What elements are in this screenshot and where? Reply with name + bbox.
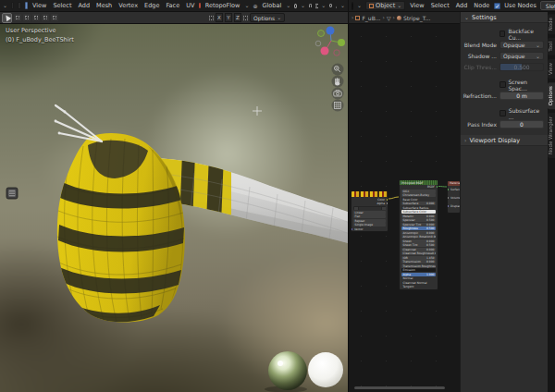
select-box-tool-button[interactable]: [14, 14, 21, 21]
retopoflow-menu[interactable]: RetopoFlow: [204, 2, 241, 9]
principled-node-row[interactable]: Subsurface Radius: [401, 206, 436, 210]
image-texture-node[interactable]: ColorAlpha LinearFlatRepeatSingle Image …: [351, 190, 388, 232]
principled-node-row[interactable]: Tangent: [401, 285, 436, 288]
blend-mode-dropdown[interactable]: Opaque ⌄: [500, 41, 544, 49]
pass-index-field[interactable]: 0: [500, 120, 544, 129]
vector-input-socket[interactable]: Vector: [352, 227, 388, 231]
node-input-socket[interactable]: Displacement: [448, 204, 460, 209]
viewport-menu-item[interactable]: Vertex: [117, 2, 139, 9]
camera-view-button[interactable]: [332, 88, 344, 100]
image-node-dropdown[interactable]: Flat: [353, 214, 386, 218]
principled-node-row[interactable]: Sheen0.000: [401, 239, 436, 243]
principled-node-row[interactable]: Metallic0.000: [401, 214, 436, 218]
sidebar-tab[interactable]: Options: [548, 82, 555, 109]
editor-type-icon[interactable]: [352, 2, 353, 10]
shadow-mode-dropdown[interactable]: Opaque ⌄: [500, 52, 544, 60]
principled-node-row[interactable]: Normal: [401, 276, 436, 280]
principled-node-row[interactable]: Clearcoat Normal: [401, 281, 436, 285]
principled-node-row[interactable]: Transmission Roughness0.000: [401, 264, 436, 268]
use-nodes-checkbox[interactable]: ✓: [494, 3, 500, 9]
principled-node-row[interactable]: Anisotropic Rotation0.000: [401, 235, 436, 239]
viewport-menu-item[interactable]: Select: [52, 2, 72, 9]
perspective-toggle-button[interactable]: [332, 100, 344, 112]
shader-menu-item[interactable]: Node: [473, 2, 490, 9]
cursor-tool-button[interactable]: [42, 14, 49, 21]
select-lasso-tool-button[interactable]: [32, 14, 40, 21]
image-node-dropdown[interactable]: Repeat: [353, 219, 386, 223]
sidebar-tab[interactable]: Node Wrangler: [548, 113, 555, 158]
pan-button[interactable]: [332, 76, 344, 88]
image-node-dropdown[interactable]: Linear: [353, 211, 386, 214]
transform-orientation-dropdown[interactable]: Global: [261, 2, 282, 9]
options-dropdown[interactable]: Options ⌄: [250, 13, 285, 22]
face-select-mode-button[interactable]: [25, 2, 28, 9]
principled-node-row[interactable]: Roughness0.500: [401, 227, 436, 230]
snap-with-icon[interactable]: [315, 4, 318, 8]
shader-mode-dropdown[interactable]: Object ⌄: [365, 1, 405, 10]
image-node-dropdown[interactable]: Single Image: [353, 223, 386, 227]
subsurface-translucency-checkbox[interactable]: [500, 110, 506, 116]
node-editor-hscrollbar[interactable]: [354, 386, 445, 389]
principled-node-row[interactable]: Transmission0.000: [401, 260, 436, 263]
sidebar-tab[interactable]: Tool: [548, 38, 555, 55]
select-circle-tool-button[interactable]: [23, 14, 31, 21]
principled-node-row[interactable]: IOR1.450: [401, 256, 436, 260]
mirror-z-button[interactable]: Z: [234, 13, 241, 22]
viewport-menu-item[interactable]: Add: [77, 2, 91, 9]
viewport-display-panel-header[interactable]: › Viewport Display: [461, 135, 548, 146]
principled-node-row[interactable]: Anisotropic0.000: [401, 231, 436, 235]
principled-node-row[interactable]: Sheen Tint0.500: [401, 243, 436, 247]
principled-node-row[interactable]: Subsurface0.000: [401, 202, 436, 205]
shader-node-editor[interactable]: ColorAlpha LinearFlatRepeatSingle Image …: [348, 24, 460, 392]
shader-menu-item[interactable]: View: [409, 2, 425, 9]
vertex-select-mode-button[interactable]: [11, 2, 14, 9]
settings-panel-header[interactable]: ⌄ Settings: [461, 12, 548, 23]
mirror-x-button[interactable]: X: [216, 13, 223, 22]
zoom-button[interactable]: [332, 64, 344, 76]
output-node-header[interactable]: Material Output: [448, 181, 460, 186]
node-output-socket[interactable]: Alpha: [352, 202, 388, 205]
sidebar-tab[interactable]: View: [548, 59, 555, 79]
viewport-3d[interactable]: User Perspective (0) F_uBody_BeeTShirt: [0, 0, 348, 392]
principled-bsdf-node[interactable]: Principled BSDF BSDF GGX Christensen-Bur…: [399, 179, 438, 290]
principled-node-row[interactable]: Clearcoat Roughness0.030: [401, 251, 436, 255]
material-output-node[interactable]: Material Output SurfaceVolumeDisplacemen…: [447, 180, 460, 214]
sidebar-tab[interactable]: Node: [548, 14, 555, 34]
principled-node-row[interactable]: Emission: [401, 268, 436, 272]
bsdf-output-socket[interactable]: BSDF: [400, 185, 438, 190]
viewport-menu-item[interactable]: UV: [185, 2, 195, 9]
slot-button[interactable]: Slot 1: [540, 1, 555, 10]
principled-node-row[interactable]: GGX: [401, 190, 436, 193]
mirror-y-button[interactable]: Y: [225, 13, 232, 22]
crumb-object-name[interactable]: F_uB...: [362, 15, 380, 21]
proportional-edit-icon[interactable]: [329, 4, 331, 7]
shader-menu-item[interactable]: Add: [455, 2, 469, 9]
refraction-depth-field[interactable]: 0 m: [500, 92, 544, 100]
principled-node-row[interactable]: Clearcoat0.000: [401, 248, 436, 251]
principled-node-row[interactable]: Specular0.500: [401, 218, 436, 222]
sidebar-toggle-icon[interactable]: [6, 188, 18, 199]
viewport-menu-item[interactable]: Mesh: [95, 2, 113, 9]
active-tool-button[interactable]: [2, 13, 12, 23]
axis-gizmo[interactable]: [315, 27, 345, 56]
node-input-socket[interactable]: Surface: [448, 188, 460, 192]
viewport-menu-item[interactable]: View: [31, 2, 47, 9]
move-tool-button[interactable]: [51, 14, 58, 21]
clip-threshold-slider[interactable]: 0.500: [500, 63, 544, 71]
backface-culling-checkbox[interactable]: [500, 31, 505, 37]
snap-magnet-icon[interactable]: [309, 4, 312, 7]
falloff-curve-icon[interactable]: [336, 4, 337, 8]
principled-node-row[interactable]: Alpha1.000: [401, 273, 436, 276]
crumb-material-name[interactable]: Stripe_T...: [403, 15, 430, 21]
principled-node-row[interactable]: Subsurface Color: [401, 210, 436, 214]
pivot-point-icon[interactable]: [294, 4, 297, 8]
edge-select-mode-button[interactable]: [18, 2, 20, 9]
viewport-menu-item[interactable]: Face: [165, 2, 180, 9]
viewport-menu-item[interactable]: Edge: [143, 2, 160, 9]
image-datablock-selector[interactable]: [353, 206, 386, 210]
shader-menu-item[interactable]: Select: [430, 2, 450, 9]
mode-dropdown-chevron-icon[interactable]: ⌄: [3, 4, 7, 7]
principled-node-row[interactable]: Specular Tint0.000: [401, 223, 436, 227]
principled-node-row[interactable]: Base Color: [401, 198, 436, 202]
screen-space-refraction-checkbox[interactable]: [500, 81, 506, 88]
